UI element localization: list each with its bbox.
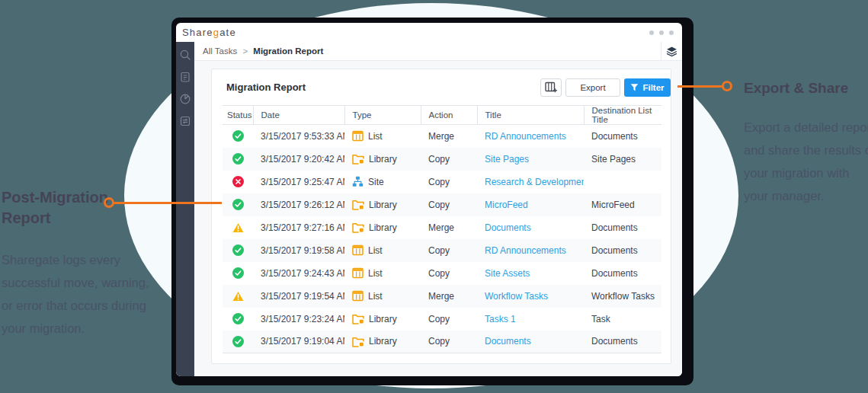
action-cell: Copy	[421, 331, 477, 353]
annotation-title: Export & Share	[744, 78, 868, 98]
sidebar-item-search[interactable]	[179, 49, 191, 61]
title-link[interactable]: RD Announcements	[485, 131, 566, 142]
layers-button[interactable]	[661, 42, 682, 61]
table-row[interactable]: 3/15/2017 9:25:47 AMSiteCopyResearch & D…	[223, 171, 661, 193]
date-cell: 3/15/2017 9:53:33 AM	[253, 125, 344, 148]
table-row[interactable]: 3/15/2017 9:26:12 AMLibraryCopyMicroFeed…	[223, 193, 661, 216]
table-row[interactable]: 3/15/2017 9:24:43 AMListCopySite AssetsD…	[223, 262, 661, 285]
table-body: 3/15/2017 9:53:33 AMListMergeRD Announce…	[223, 125, 661, 353]
title-link[interactable]: MicroFeed	[485, 200, 528, 210]
destination-cell: Documents	[584, 239, 661, 262]
logo-text: ate	[219, 27, 236, 38]
table-row[interactable]: 3/15/2017 9:20:42 AMLibraryCopySite Page…	[223, 148, 661, 171]
status-cell	[223, 216, 253, 239]
success-status-icon	[232, 130, 244, 142]
title-link[interactable]: Research & Development	[485, 177, 584, 187]
destination-cell: Documents	[584, 125, 661, 148]
title-cell: Site Pages	[477, 148, 584, 171]
table-row[interactable]: 3/15/2017 9:19:04 AMLibraryCopyDocuments…	[223, 331, 661, 353]
type-cell: Site	[344, 171, 421, 193]
title-cell: Documents	[477, 331, 584, 353]
logo-accent: g	[213, 27, 219, 38]
title-link[interactable]: Documents	[485, 336, 531, 347]
export-button[interactable]: Export	[565, 78, 620, 97]
library-icon	[352, 222, 364, 233]
title-cell: RD Announcements	[477, 239, 584, 262]
action-cell: Copy	[421, 308, 477, 331]
destination-cell: Documents	[584, 331, 661, 353]
sidebar-item-pie-chart[interactable]	[179, 93, 191, 105]
title-cell: Documents	[477, 216, 584, 239]
date-cell: 3/15/2017 9:19:04 AM	[253, 331, 344, 353]
column-header-title[interactable]: Title	[477, 106, 584, 125]
title-link[interactable]: Tasks 1	[485, 314, 516, 324]
breadcrumb: All Tasks > Migration Report	[203, 46, 661, 56]
status-cell	[223, 239, 253, 262]
breadcrumb-bar: All Tasks > Migration Report	[194, 42, 682, 61]
sidebar-item-migration[interactable]	[179, 115, 191, 127]
titlebar: Sharegate	[176, 23, 682, 42]
action-cell: Merge	[421, 216, 477, 239]
add-column-button[interactable]	[540, 78, 562, 97]
add-column-icon	[545, 81, 558, 94]
column-header-type[interactable]: Type	[344, 106, 421, 125]
destination-cell: Task	[584, 308, 661, 331]
breadcrumb-all-tasks[interactable]: All Tasks	[203, 46, 237, 56]
window-dot[interactable]	[669, 30, 674, 35]
warning-status-icon	[232, 291, 244, 302]
callout-line-left	[114, 202, 222, 204]
window-controls[interactable]	[649, 23, 674, 42]
action-cell: Copy	[421, 262, 477, 285]
type-cell: List	[344, 239, 421, 262]
breadcrumb-separator: >	[242, 46, 248, 56]
table-row[interactable]: 3/15/2017 9:23:24 AMLibraryCopyTasks 1Ta…	[223, 308, 661, 331]
filter-button[interactable]: Filter	[624, 78, 671, 97]
date-cell: 3/15/2017 9:19:54 AM	[253, 285, 344, 308]
export-button-label: Export	[580, 83, 605, 92]
filter-button-label: Filter	[642, 83, 664, 92]
layers-icon	[666, 46, 677, 57]
column-header-destination-list-title[interactable]: Destination List Title	[584, 106, 661, 125]
window-dot[interactable]	[659, 30, 664, 35]
success-status-icon	[232, 313, 244, 324]
table-row[interactable]: 3/15/2017 9:53:33 AMListMergeRD Announce…	[223, 125, 661, 148]
migration-table: StatusDateTypeActionTitleDestination Lis…	[223, 105, 661, 353]
table-header-row: StatusDateTypeActionTitleDestination Lis…	[223, 106, 661, 125]
annotation-export-share: Export & Share Export a detailed report …	[744, 78, 868, 207]
list-icon	[352, 244, 364, 256]
title-link[interactable]: Documents	[485, 222, 531, 233]
table-row[interactable]: 3/15/2017 9:27:16 AMLibraryMergeDocument…	[223, 216, 661, 239]
action-cell: Merge	[421, 125, 477, 148]
title-link[interactable]: Workflow Tasks	[485, 291, 548, 302]
destination-cell	[584, 171, 661, 193]
title-cell: Tasks 1	[477, 308, 584, 331]
toolbar: Export Filter	[540, 78, 671, 97]
tasks-icon	[179, 71, 191, 83]
column-header-date[interactable]: Date	[253, 106, 344, 125]
library-icon	[352, 336, 364, 347]
destination-cell: Documents	[584, 216, 661, 239]
table-row[interactable]: 3/15/2017 9:19:58 AMListCopyRD Announcem…	[223, 239, 661, 262]
sidebar-item-tasks[interactable]	[179, 71, 191, 83]
title-link[interactable]: Site Pages	[485, 154, 529, 165]
status-cell	[223, 262, 253, 285]
title-cell: Workflow Tasks	[477, 285, 584, 308]
title-link[interactable]: RD Announcements	[485, 245, 566, 256]
search-icon	[179, 49, 191, 61]
column-header-status[interactable]: Status	[223, 106, 253, 125]
date-cell: 3/15/2017 9:27:16 AM	[253, 216, 344, 239]
date-cell: 3/15/2017 9:24:43 AM	[253, 262, 344, 285]
annotation-post-migration-report: Post-Migration Report Sharegate logs eve…	[2, 187, 150, 340]
type-label: Library	[369, 336, 397, 347]
destination-cell: Documents	[584, 262, 661, 285]
table-row[interactable]: 3/15/2017 9:19:54 AMListMergeWorkflow Ta…	[223, 285, 661, 308]
type-label: Library	[369, 154, 397, 165]
type-cell: Library	[344, 216, 421, 239]
column-header-action[interactable]: Action	[421, 106, 477, 125]
action-cell: Copy	[421, 239, 477, 262]
report-card: Migration Report Export	[211, 69, 671, 364]
window-dot[interactable]	[649, 30, 654, 35]
title-link[interactable]: Site Assets	[485, 268, 530, 279]
annotation-title: Post-Migration Report	[2, 187, 127, 228]
type-cell: Library	[344, 148, 421, 171]
